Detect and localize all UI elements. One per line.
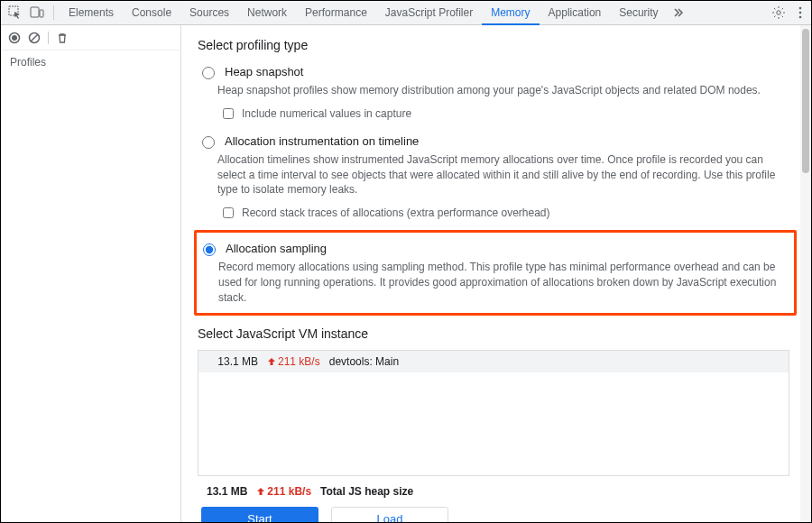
tab-elements[interactable]: Elements [60,1,123,25]
radio-allocation-sampling[interactable] [203,243,216,256]
svg-point-3 [777,11,780,14]
sub-record-stack-traces[interactable]: Record stack traces of allocations (extr… [219,205,789,221]
record-icon[interactable] [8,32,21,44]
total-rate-value: 211 kB/s [267,485,311,498]
clear-icon[interactable] [28,32,41,44]
option-label: Heap snapshot [225,65,303,78]
svg-point-4 [799,7,802,10]
total-rate: 211 kB/s [256,485,311,498]
svg-rect-1 [31,7,39,17]
checkbox-include-numerical[interactable] [223,108,234,119]
tab-console[interactable]: Console [123,1,180,25]
vm-instance-row[interactable]: 13.1 MB 211 kB/s devtools: Main [198,351,789,372]
svg-point-6 [799,16,802,19]
vm-size: 13.1 MB [208,355,258,368]
sidebar-section-profiles[interactable]: Profiles [1,50,180,74]
option-label: Allocation sampling [226,242,327,255]
vm-instance-heading: Select JavaScript VM instance [198,326,789,341]
tab-performance[interactable]: Performance [296,1,376,25]
tab-javascript-profiler[interactable]: JavaScript Profiler [376,1,482,25]
delete-icon[interactable] [56,32,69,44]
device-toolbar-icon[interactable] [26,2,48,23]
divider [48,32,49,44]
sub-include-numerical[interactable]: Include numerical values in capture [219,106,789,122]
option-allocation-sampling[interactable]: Allocation sampling [198,238,787,256]
vm-instance-list: 13.1 MB 211 kB/s devtools: Main [198,350,789,476]
inspect-element-icon[interactable] [5,2,26,23]
option-heap-snapshot[interactable]: Heap snapshot [198,61,789,79]
arrow-up-icon [256,487,265,496]
profiling-type-heading: Select profiling type [198,38,789,52]
vm-rate: 211 kB/s [267,355,320,368]
tab-security[interactable]: Security [610,1,667,25]
memory-panel-content: Select profiling type Heap snapshot Heap… [181,25,811,522]
action-buttons: Start Load [198,507,789,522]
sub-label: Include numerical values in capture [242,107,411,120]
tab-application[interactable]: Application [540,1,611,25]
checkbox-record-stack-traces[interactable] [223,207,234,218]
heap-total-stats: 13.1 MB 211 kB/s Total JS heap size [198,483,789,507]
svg-point-5 [799,12,802,14]
settings-icon[interactable] [768,2,789,23]
main-split: Profiles Select profiling type Heap snap… [1,25,811,522]
vm-rate-value: 211 kB/s [278,355,320,368]
svg-rect-2 [40,10,43,17]
option-desc: Heap snapshot profiles show memory distr… [217,83,789,98]
kebab-menu-icon[interactable] [789,2,811,23]
more-tabs-icon[interactable] [668,2,689,23]
option-desc: Allocation timelines show instrumented J… [217,152,789,197]
option-allocation-timeline[interactable]: Allocation instrumentation on timeline [198,131,789,149]
start-button[interactable]: Start [201,507,318,522]
tab-sources[interactable]: Sources [180,1,238,25]
total-size: 13.1 MB [207,485,247,498]
scrollbar-thumb[interactable] [802,29,809,173]
highlighted-selection: Allocation sampling Record memory alloca… [194,230,797,315]
tab-memory[interactable]: Memory [482,1,539,25]
tab-network[interactable]: Network [238,1,296,25]
scrollbar[interactable] [800,25,811,522]
sub-label: Record stack traces of allocations (extr… [242,206,550,219]
total-label: Total JS heap size [320,485,413,498]
svg-line-10 [31,34,38,41]
devtools-tabbar: ElementsConsoleSourcesNetworkPerformance… [1,1,811,25]
vm-name: devtools: Main [329,355,399,368]
option-label: Allocation instrumentation on timeline [225,134,419,148]
profiles-sidebar: Profiles [1,25,181,522]
radio-allocation-timeline[interactable] [202,136,215,149]
svg-point-8 [12,35,17,41]
option-desc: Record memory allocations using sampling… [218,260,787,305]
divider [53,5,54,20]
load-button[interactable]: Load [331,507,448,522]
radio-heap-snapshot[interactable] [202,67,215,79]
arrow-up-icon [267,357,276,366]
sidebar-toolbar [1,25,180,50]
